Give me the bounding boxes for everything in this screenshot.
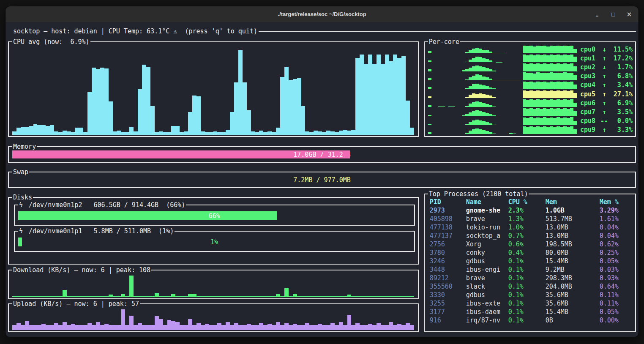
chart-bar xyxy=(33,124,38,135)
chart-bar xyxy=(526,46,529,53)
cpu-avg-panel: CPU avg (now: 6.9%) xyxy=(8,41,419,137)
chart-bar xyxy=(234,82,238,135)
maximize-icon[interactable]: □ xyxy=(610,11,617,17)
process-row: 3448ibus-engi0.1%9.2MB0.03% xyxy=(430,265,633,274)
chart-bar xyxy=(526,118,529,125)
core-usage-value: 0.0% xyxy=(610,117,633,125)
chart-bar xyxy=(100,325,104,330)
chart-bar xyxy=(184,131,188,135)
process-row: 916irq/87-nv0.1%0B0.00% xyxy=(430,316,633,325)
chart-bar xyxy=(289,296,293,297)
chart-bar xyxy=(526,82,529,89)
core-name: cpu6 xyxy=(580,99,599,107)
chart-bar xyxy=(293,324,297,330)
process-row: 3780conky0.4%80.0MB0.25% xyxy=(430,248,633,257)
chart-bar xyxy=(217,296,221,297)
chart-bar xyxy=(563,90,567,98)
process-cell: gnome-she xyxy=(466,206,508,215)
chart-bar xyxy=(533,55,536,63)
chart-bar xyxy=(526,64,529,71)
chart-bar xyxy=(25,296,29,297)
chart-bar xyxy=(475,94,479,98)
chart-bar xyxy=(401,56,406,135)
chart-bar xyxy=(368,55,372,135)
terminal-content[interactable]: socktop — host: debian | CPU Temp: 63.1°… xyxy=(5,22,639,337)
process-cell: ibus-exte xyxy=(466,299,508,308)
minimize-icon[interactable]: – xyxy=(594,13,600,19)
process-cell: 3255 xyxy=(430,299,466,308)
chart-bar xyxy=(563,55,567,62)
disk-gauge: 1% xyxy=(18,238,411,246)
chart-bar xyxy=(442,106,445,107)
chart-bar xyxy=(553,127,557,134)
window-titlebar[interactable]: ./target/release/soc ~/D/G/socktop – □ × xyxy=(5,6,639,22)
process-cell: 1.61% xyxy=(600,215,633,223)
chart-bar xyxy=(109,325,113,330)
chart-bar xyxy=(526,73,529,80)
chart-bar xyxy=(259,131,263,135)
chart-bar xyxy=(251,131,255,135)
chart-bar xyxy=(560,118,563,125)
chart-bar xyxy=(469,122,472,125)
chart-bar xyxy=(543,117,546,125)
disk-percent-label: 1% xyxy=(18,238,411,246)
chart-bar xyxy=(175,126,180,135)
process-row: 3177ibus-daem0.1%15.4MB0.05% xyxy=(430,308,633,316)
chart-bar xyxy=(570,99,573,107)
chart-bar xyxy=(41,296,46,297)
chart-bar xyxy=(472,76,475,80)
chart-bar xyxy=(428,105,431,107)
chart-bar xyxy=(330,296,335,297)
chart-bar xyxy=(489,105,492,107)
chart-bar xyxy=(322,296,326,297)
chart-bar xyxy=(25,127,29,135)
chart-bar xyxy=(305,323,309,330)
chart-bar xyxy=(92,68,96,135)
close-icon[interactable]: × xyxy=(626,11,633,17)
process-cell: 89212 xyxy=(430,274,466,282)
chart-bar xyxy=(192,325,196,330)
chart-bar xyxy=(364,325,368,330)
chart-bar xyxy=(560,82,563,89)
chart-bar xyxy=(100,68,104,135)
header-rule xyxy=(259,31,636,32)
chart-bar xyxy=(570,63,573,71)
chart-bar xyxy=(188,112,192,135)
chart-bar xyxy=(496,53,499,53)
core-label: cpu4↑ 3.4% xyxy=(580,81,633,89)
chart-bar xyxy=(397,296,401,297)
chart-bar xyxy=(543,63,546,71)
chart-bar xyxy=(322,132,326,135)
chart-bar xyxy=(529,108,533,116)
chart-bar xyxy=(509,133,513,134)
chart-bar xyxy=(465,114,469,116)
chart-bar xyxy=(428,51,431,53)
chart-bar xyxy=(146,296,150,297)
chart-bar xyxy=(355,58,360,135)
chart-bar xyxy=(550,99,553,107)
chart-bar xyxy=(410,296,414,297)
chart-bar xyxy=(175,322,180,330)
memory-total-suffix: GB xyxy=(343,151,351,158)
upload-title: Upload (KB/s) — now: 6 | peak: 57 xyxy=(12,300,140,308)
process-cell: 2973 xyxy=(430,206,466,215)
chart-bar xyxy=(150,106,155,135)
chart-bar xyxy=(205,324,209,330)
chart-bar xyxy=(499,62,502,63)
chart-bar xyxy=(492,80,496,80)
core-sparkline xyxy=(427,126,580,134)
chart-bar xyxy=(293,294,297,297)
core-row-cpu7: cpu7↑ 3.5% xyxy=(427,107,633,116)
chart-bar xyxy=(109,101,113,135)
process-cell: 0.1% xyxy=(508,257,546,265)
chart-bar xyxy=(550,117,553,125)
process-cell: 0B xyxy=(546,316,600,325)
chart-bar xyxy=(209,132,213,135)
trend-arrow-icon: ↑ xyxy=(599,108,610,116)
trend-arrow-icon: -- xyxy=(599,117,610,125)
chart-bar xyxy=(469,131,472,134)
chart-bar xyxy=(213,296,218,297)
chart-bar xyxy=(360,296,364,297)
chart-bar xyxy=(540,82,543,89)
chart-bar xyxy=(516,80,519,80)
